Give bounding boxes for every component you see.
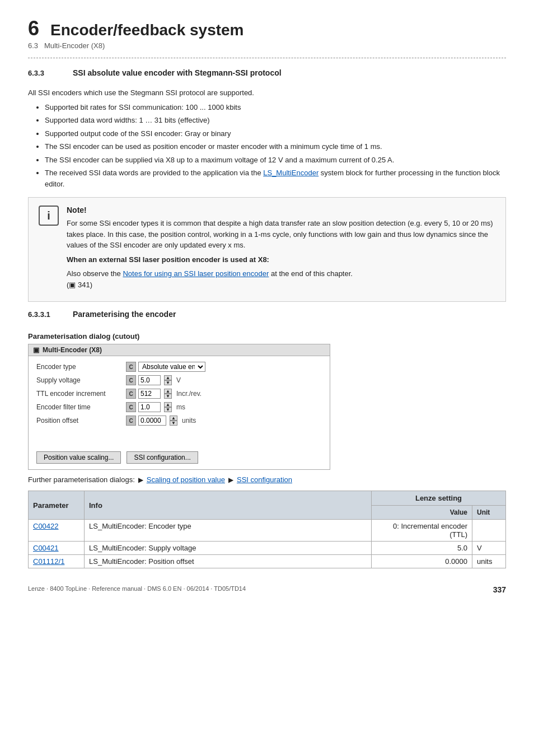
dialog-box: Encoder type C Absolute value en... Supp…: [28, 356, 330, 470]
ttl-c-btn[interactable]: C: [126, 389, 136, 399]
dialog-row-filter-time: Encoder filter time C ▲ ▼ ms: [36, 402, 322, 412]
chapter-number: 6: [28, 17, 39, 40]
section-633-title: SSI absolute value encoder with Stegmann…: [73, 68, 282, 77]
table-row: C01112/1 LS_MultiEncoder: Position offse…: [29, 555, 506, 568]
note-body-text: For some SSi encoder types it is common …: [67, 218, 495, 251]
section-633-id: 6.3.3: [28, 69, 62, 77]
ttl-input[interactable]: [138, 389, 161, 399]
table-row: C00421 LS_MultiEncoder: Supply voltage 5…: [29, 542, 506, 555]
section-6331-heading-block: 6.3.3.1 Parameterising the encoder: [28, 310, 506, 324]
bullet-item-4: The SSI encoder can be used as position …: [45, 141, 506, 152]
note-title: Note!: [67, 206, 495, 214]
dialog-title-icon: ▣: [33, 346, 39, 354]
ssi-configuration-link[interactable]: SSI configuration: [237, 475, 292, 484]
dialog-row-ttl: TTL encoder increment C ▲ ▼ Incr./rev.: [36, 389, 322, 399]
filter-time-c-btn[interactable]: C: [126, 402, 136, 412]
supply-voltage-control: C ▲ ▼ V: [126, 375, 181, 385]
filter-time-unit: ms: [176, 403, 185, 411]
bullet-item-2: Supported data word widths: 1 … 31 bits …: [45, 115, 506, 126]
dialog-row-encoder-type: Encoder type C Absolute value en...: [36, 362, 322, 372]
ssi-laser-link[interactable]: Notes for using an SSI laser position en…: [123, 269, 269, 278]
filter-time-down[interactable]: ▼: [164, 407, 172, 412]
supply-voltage-input[interactable]: [138, 375, 161, 385]
dialog-title-bar: ▣ Multi-Encoder (X8): [28, 344, 330, 356]
table-header-lenze-setting: Lenze setting: [372, 491, 506, 506]
position-value-scaling-button[interactable]: Position value scaling...: [36, 451, 121, 464]
note-bold-line: When an external SSI laser position enco…: [67, 254, 495, 265]
param-c00421-unit: V: [472, 542, 506, 555]
further-param-line: Further parameterisation dialogs: ▶ Scal…: [28, 475, 506, 484]
ttl-label: TTL encoder increment: [36, 390, 126, 398]
supply-voltage-c-btn[interactable]: C: [126, 375, 136, 385]
bullet-item-6: The received SSI data words are provided…: [45, 167, 506, 189]
supply-voltage-down[interactable]: ▼: [164, 380, 172, 385]
ssi-configuration-button[interactable]: SSI configuration...: [127, 451, 198, 464]
chapter-header: 6 Encoder/feedback system: [28, 17, 506, 40]
page-number: 337: [493, 585, 506, 594]
note-icon: i: [39, 206, 59, 226]
position-offset-input[interactable]: [138, 416, 166, 426]
param-c00421-link[interactable]: C00421: [33, 544, 59, 552]
section-633-intro: All SSI encoders which use the Stegmann …: [28, 87, 506, 99]
filter-time-control: C ▲ ▼ ms: [126, 402, 185, 412]
footer: Lenze · 8400 TopLine · Reference manual …: [28, 585, 506, 594]
position-offset-spin: ▲ ▼: [170, 416, 177, 426]
table-subheader-unit: Unit: [472, 506, 506, 520]
bullet-item-3: Supported output code of the SSI encoder…: [45, 128, 506, 139]
bullet-item-1: Supported bit rates for SSI communicatio…: [45, 102, 506, 113]
encoder-type-control: C Absolute value en...: [126, 362, 205, 372]
table-subheader-value: Value: [372, 506, 472, 520]
param-c00421-info: LS_MultiEncoder: Supply voltage: [85, 542, 372, 555]
dialog-row-supply-voltage: Supply voltage C ▲ ▼ V: [36, 375, 322, 385]
ttl-up[interactable]: ▲: [164, 389, 172, 394]
note-content: Note! For some SSi encoder types it is c…: [67, 206, 495, 293]
ls-multiencoder-link[interactable]: LS_MultiEncoder: [263, 169, 318, 177]
supply-voltage-spin: ▲ ▼: [164, 375, 172, 385]
encoder-type-c-btn[interactable]: C: [126, 362, 136, 372]
encoder-type-select[interactable]: Absolute value en...: [138, 362, 205, 372]
param-c00422-value: 0: Incremental encoder (TTL): [372, 520, 472, 542]
footer-left: Lenze · 8400 TopLine · Reference manual …: [28, 585, 246, 594]
table-row: C00422 LS_MultiEncoder: Encoder type 0: …: [29, 520, 506, 542]
ttl-down[interactable]: ▼: [164, 394, 172, 399]
dialog-container: ▣ Multi-Encoder (X8) Encoder type C Abso…: [28, 344, 330, 470]
param-c00421-value: 5.0: [372, 542, 472, 555]
param-c01112-link[interactable]: C01112/1: [33, 557, 64, 566]
scaling-of-position-value-link[interactable]: Scaling of position value: [147, 475, 225, 484]
filter-time-up[interactable]: ▲: [164, 402, 172, 407]
note-body: For some SSi encoder types it is common …: [67, 218, 495, 290]
dialog-buttons: Position value scaling... SSI configurat…: [36, 451, 322, 464]
ttl-control: C ▲ ▼ Incr./rev.: [126, 389, 202, 399]
supply-voltage-unit: V: [176, 376, 181, 384]
bullet-item-5: The SSI encoder can be supplied via X8 u…: [45, 155, 506, 166]
filter-time-input[interactable]: [138, 402, 161, 412]
position-offset-unit: units: [182, 417, 196, 424]
position-offset-up[interactable]: ▲: [170, 416, 177, 421]
note-also-text: Also observe the Notes for using an SSI …: [67, 268, 495, 290]
further-param-arrow-1: ▶: [138, 476, 143, 484]
param-c01112-info: LS_MultiEncoder: Position offset: [85, 555, 372, 568]
further-param-label: Further parameterisation dialogs:: [28, 475, 135, 484]
dialog-spacer: [36, 429, 322, 446]
position-offset-down[interactable]: ▼: [170, 421, 177, 426]
further-param-arrow-2: ▶: [228, 476, 233, 484]
dialog-row-position-offset: Position offset C ▲ ▼ units: [36, 416, 322, 426]
encoder-type-label: Encoder type: [36, 363, 126, 371]
position-offset-label: Position offset: [36, 417, 126, 424]
parameter-table: Parameter Info Lenze setting Value Unit …: [28, 491, 506, 568]
supply-voltage-up[interactable]: ▲: [164, 375, 172, 380]
filter-time-label: Encoder filter time: [36, 403, 126, 411]
param-c00422-link[interactable]: C00422: [33, 522, 59, 530]
position-offset-control: C ▲ ▼ units: [126, 416, 196, 426]
param-c00422-unit: [472, 520, 506, 542]
param-c00422-info: LS_MultiEncoder: Encoder type: [85, 520, 372, 542]
note-box: i Note! For some SSi encoder types it is…: [28, 197, 506, 302]
filter-time-spin: ▲ ▼: [164, 402, 172, 412]
section-number: 6.3 Multi-Encoder (X8): [28, 41, 506, 50]
position-offset-c-btn[interactable]: C: [126, 416, 136, 426]
section-divider: [28, 58, 506, 58]
section-633-heading-block: 6.3.3 SSI absolute value encoder with St…: [28, 68, 506, 83]
param-c01112-unit: units: [472, 555, 506, 568]
dialog-cutout-label: Parameterisation dialog (cutout): [28, 332, 506, 340]
dialog-title-text: Multi-Encoder (X8): [43, 346, 102, 354]
